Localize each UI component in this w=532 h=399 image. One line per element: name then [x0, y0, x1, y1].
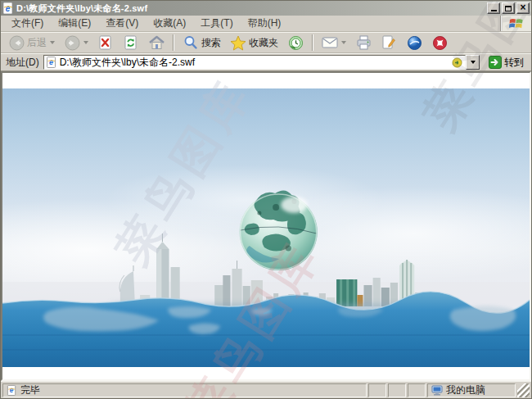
status-pane-empty [408, 383, 426, 397]
status-pane-empty [368, 383, 386, 397]
refresh-icon [123, 34, 139, 51]
forward-button[interactable] [60, 33, 92, 52]
toolbar-separator [312, 34, 313, 51]
stop-icon [97, 34, 114, 51]
standard-toolbar: 后退 [1, 32, 531, 53]
address-input[interactable]: e D:\教师文件夹\lby\未命名-2.swf [43, 55, 466, 70]
svg-text:e: e [49, 58, 53, 66]
page-ie-icon: e [7, 385, 17, 396]
favorites-button[interactable]: 收藏夹 [226, 33, 282, 52]
maximize-icon [505, 6, 512, 11]
red-x-app-icon [431, 34, 448, 51]
back-label: 后退 [27, 36, 47, 50]
swf-movie[interactable] [2, 88, 530, 367]
page-ie-icon: e [46, 57, 57, 68]
svg-text:e: e [10, 386, 14, 394]
go-button[interactable]: 转到 [485, 54, 528, 71]
menu-view[interactable]: 查看(V) [98, 16, 146, 30]
home-icon [148, 34, 165, 51]
stop-button[interactable] [93, 33, 118, 52]
windows-logo-throbber [500, 16, 531, 31]
my-computer-icon [431, 385, 443, 396]
address-bar: 地址(D) e D:\教师文件夹\lby\未命名-2.swf 转到 [1, 53, 531, 71]
go-label: 转到 [504, 56, 524, 70]
minimize-icon [491, 10, 497, 11]
print-icon [355, 34, 372, 51]
history-button[interactable] [283, 33, 308, 52]
title-bar: e D:\教师文件夹\lby\未命名-2.swf × [1, 1, 531, 16]
svg-text:e: e [6, 4, 11, 13]
print-button[interactable] [351, 33, 376, 52]
back-dropdown-icon [50, 41, 55, 44]
toolbar-separator [173, 34, 174, 51]
address-label: 地址(D) [6, 56, 39, 70]
security-zone-pane: 我的电脑 [427, 383, 516, 397]
minimize-button[interactable] [487, 2, 500, 14]
menu-bar: 文件(F) 编辑(E) 查看(V) 收藏(A) 工具(T) 帮助(H) [1, 16, 531, 32]
menu-file[interactable]: 文件(F) [4, 16, 51, 30]
address-field-icon [452, 57, 462, 68]
zone-text: 我的电脑 [446, 383, 485, 397]
home-button[interactable] [144, 33, 169, 52]
messenger-button[interactable] [402, 33, 426, 52]
address-dropdown-button[interactable] [466, 55, 480, 70]
mail-dropdown-icon [341, 41, 346, 44]
edit-button[interactable] [376, 33, 401, 52]
status-pane: e 完毕 [2, 383, 367, 397]
mail-button[interactable] [318, 33, 350, 52]
ocean [2, 292, 530, 367]
search-label: 搜索 [201, 36, 221, 50]
mail-icon [322, 34, 338, 51]
thunder-button[interactable] [427, 33, 452, 52]
menu-favorites[interactable]: 收藏(A) [146, 16, 193, 30]
favorites-label: 收藏夹 [249, 36, 278, 50]
status-text: 完毕 [20, 383, 40, 397]
windows-flag-icon [507, 16, 525, 32]
messenger-orb-icon [406, 34, 422, 51]
window-title: D:\教师文件夹\lby\未命名-2.swf [16, 2, 487, 15]
status-bar: e 完毕 我的电脑 [1, 381, 531, 399]
content-top-margin [2, 73, 530, 88]
close-icon: × [520, 2, 525, 12]
browser-window: 菜鸟图库 菜鸟图库 菜鸟图库 e D:\教师文件夹\lby\未命名-2.swf … [0, 0, 532, 399]
glass-globe [240, 190, 318, 270]
close-button[interactable]: × [516, 2, 530, 14]
content-bottom-margin [2, 367, 530, 379]
ie-icon: e [2, 2, 14, 14]
menu-edit[interactable]: 编辑(E) [51, 16, 98, 30]
search-icon [183, 34, 199, 51]
edit-icon [381, 34, 397, 51]
go-arrow-icon [489, 56, 502, 69]
back-button[interactable]: 后退 [4, 33, 59, 52]
page-content [1, 71, 531, 381]
address-value: D:\教师文件夹\lby\未命名-2.swf [60, 56, 452, 70]
city-globe-artwork [2, 88, 530, 367]
status-pane-empty [388, 383, 406, 397]
forward-dropdown-icon [83, 41, 88, 44]
maximize-button[interactable] [502, 2, 515, 14]
history-icon [287, 34, 304, 51]
resize-grip[interactable] [517, 383, 530, 397]
back-icon [8, 34, 25, 51]
menu-tools[interactable]: 工具(T) [193, 16, 240, 30]
chevron-down-icon [471, 61, 476, 64]
forward-icon [64, 34, 80, 51]
refresh-button[interactable] [119, 33, 143, 52]
favorites-star-icon [230, 34, 246, 51]
search-button[interactable]: 搜索 [178, 33, 225, 52]
menu-help[interactable]: 帮助(H) [241, 16, 289, 30]
